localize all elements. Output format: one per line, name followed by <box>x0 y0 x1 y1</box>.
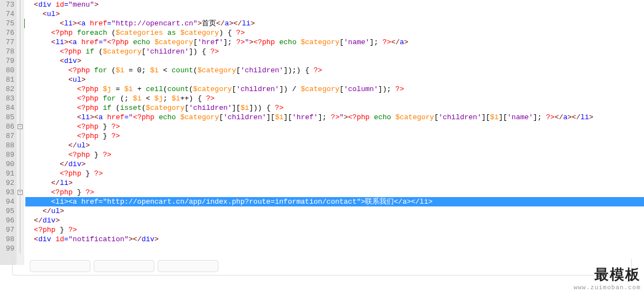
line-number: 88 <box>0 141 14 150</box>
line-number: 75 <box>0 19 14 28</box>
code-line[interactable]: <div id="notification"></div> <box>25 235 644 244</box>
line-number: 91 <box>0 169 14 178</box>
line-number: 73 <box>0 0 14 9</box>
line-number: 97 <box>0 225 14 235</box>
fold-column[interactable]: −− <box>17 0 24 265</box>
line-number: 74 <box>0 9 14 19</box>
line-number: 84 <box>0 103 14 113</box>
code-line[interactable]: <li><a href="<?php echo $category['href'… <box>25 38 644 47</box>
code-line[interactable]: <ul> <box>25 9 644 19</box>
code-line[interactable]: <?php } ?> <box>25 169 644 178</box>
code-line[interactable]: </ul> <box>25 206 644 216</box>
line-number: 99 <box>0 244 14 253</box>
line-number: 83 <box>0 94 14 103</box>
line-number: 93 <box>0 188 14 197</box>
line-number: 85 <box>0 113 14 122</box>
code-line[interactable]: <li><a href="http://opencart.cn/app/inde… <box>25 197 644 206</box>
code-line[interactable]: <?php for (; $i < $j; $i++) { ?> <box>25 94 644 103</box>
code-line[interactable]: </li> <box>25 178 644 188</box>
code-line[interactable]: <?php if (isset($category['children'][$i… <box>25 103 644 113</box>
code-line[interactable]: </div> <box>25 216 644 225</box>
line-number: 98 <box>0 235 14 244</box>
line-number: 86 <box>0 122 14 131</box>
code-line[interactable]: <?php $j = $i + ceil(count($category['ch… <box>25 84 644 94</box>
watermark-url: www.zuimoban.com <box>573 284 641 291</box>
line-number: 82 <box>0 84 14 94</box>
code-line[interactable] <box>25 244 644 253</box>
code-line[interactable]: <?php if ($category['children']) { ?> <box>25 47 644 56</box>
fold-guide <box>20 122 20 197</box>
line-number-gutter: 7374757677787980818283848586878889909192… <box>0 0 17 265</box>
text-cursor <box>24 19 25 28</box>
panel-border <box>12 259 632 275</box>
code-line[interactable]: </ul> <box>25 141 644 150</box>
watermark-text: 最模板 <box>573 265 641 284</box>
line-number: 79 <box>0 56 14 66</box>
line-number: 80 <box>0 66 14 75</box>
line-number: 77 <box>0 38 14 47</box>
line-number: 89 <box>0 150 14 160</box>
watermark: 最模板 www.zuimoban.com <box>573 265 641 291</box>
line-number: 78 <box>0 47 14 56</box>
line-number: 90 <box>0 160 14 169</box>
code-area[interactable]: <div id="menu"> <ul> <li><a href="http:/… <box>24 0 644 265</box>
code-line[interactable]: <div> <box>25 56 644 66</box>
code-line[interactable]: <li><a href="<?php echo $category['child… <box>25 113 644 122</box>
line-number: 92 <box>0 178 14 188</box>
line-number: 96 <box>0 216 14 225</box>
code-line[interactable]: <?php } ?> <box>25 150 644 160</box>
code-line[interactable]: <?php } ?> <box>25 225 644 235</box>
code-line[interactable]: </div> <box>25 160 644 169</box>
line-number: 87 <box>0 131 14 141</box>
code-line[interactable]: <li><a href="http://opencart.cn">首页</a><… <box>25 19 644 28</box>
code-line[interactable]: <?php } ?> <box>25 131 644 141</box>
code-line[interactable]: <?php } ?> <box>25 188 644 197</box>
code-editor[interactable]: 7374757677787980818283848586878889909192… <box>0 0 644 265</box>
line-number: 95 <box>0 206 14 216</box>
code-line[interactable]: <ul> <box>25 75 644 84</box>
line-number: 94 <box>0 197 14 206</box>
line-number: 81 <box>0 75 14 84</box>
line-number: 76 <box>0 28 14 38</box>
code-line[interactable]: <div id="menu"> <box>25 0 644 9</box>
code-line[interactable]: <?php } ?> <box>25 122 644 131</box>
fold-guide <box>20 188 20 253</box>
fold-guide <box>20 0 20 131</box>
code-line[interactable]: <?php for ($i = 0; $i < count($category[… <box>25 66 644 75</box>
code-line[interactable]: <?php foreach ($categories as $category)… <box>25 28 644 38</box>
